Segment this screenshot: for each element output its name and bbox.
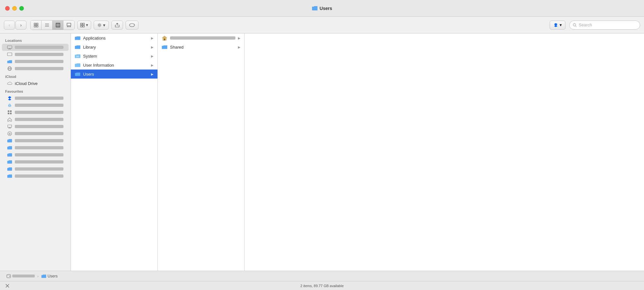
toolbar: ‹ › <box>0 17 644 33</box>
action-dropdown-icon: ▾ <box>103 23 105 28</box>
users-label: Users <box>83 72 94 77</box>
dropbox-dropdown-icon: ▾ <box>560 23 562 27</box>
sidebar-item-folder3[interactable] <box>2 151 69 158</box>
shared-arrow: ▶ <box>238 45 241 49</box>
sidebar-item-folder1[interactable] <box>2 137 69 144</box>
main-content: Locations <box>0 33 644 271</box>
folder2-label <box>15 146 63 149</box>
applications-label: Applications <box>83 36 106 41</box>
finder-item-system[interactable]: System ▶ <box>71 51 157 61</box>
airdrop-label <box>15 104 63 107</box>
sidebar-item-folder2[interactable] <box>2 144 69 151</box>
sidebar-item-folder6[interactable] <box>2 173 69 180</box>
apps-label <box>15 111 63 114</box>
action-button[interactable]: ▾ <box>94 21 109 30</box>
svg-rect-13 <box>70 26 71 27</box>
home-user-folder-icon <box>162 36 167 40</box>
statusbar: 2 items, 89.77 GB available <box>0 281 644 290</box>
breadcrumb-hdd[interactable] <box>5 274 36 279</box>
folder5-icon <box>7 166 12 172</box>
breadcrumb-sep: › <box>37 274 39 278</box>
hdd-icon <box>6 274 11 278</box>
sidebar-item-folder5[interactable] <box>2 165 69 173</box>
forward-button[interactable]: › <box>15 21 26 30</box>
breadcrumb-bar: › Users <box>0 271 644 281</box>
svg-marker-32 <box>556 26 557 27</box>
icon-view-icon <box>34 23 38 27</box>
close-button[interactable] <box>5 6 10 11</box>
svg-rect-17 <box>83 25 84 27</box>
library-arrow: ▶ <box>151 45 154 49</box>
svg-rect-45 <box>8 110 9 112</box>
sidebar-item-home[interactable] <box>2 116 69 123</box>
svg-rect-2 <box>34 25 36 27</box>
svg-rect-49 <box>8 125 12 127</box>
user-info-folder-icon <box>75 63 80 67</box>
breadcrumb-users-label: Users <box>48 274 58 278</box>
network-icon <box>7 52 12 57</box>
svg-point-44 <box>9 105 10 107</box>
window-title: Users <box>312 6 332 11</box>
svg-line-24 <box>100 26 101 26</box>
sidebar-item-icloud-drive[interactable]: iCloud Drive <box>2 80 69 87</box>
finder-item-users[interactable]: Users ▶ <box>71 70 157 79</box>
sidebar-item-loc1[interactable] <box>2 58 69 65</box>
back-button[interactable]: ‹ <box>4 21 15 30</box>
svg-marker-43 <box>8 96 11 98</box>
minimize-button[interactable] <box>12 6 17 11</box>
hide-icon <box>5 284 10 288</box>
loc2-label <box>15 67 63 70</box>
svg-point-58 <box>9 276 10 276</box>
dropbox-button[interactable]: ▾ <box>550 21 565 30</box>
forward-icon: › <box>20 23 22 28</box>
hide-button[interactable] <box>5 284 10 288</box>
library-label: Library <box>83 45 96 50</box>
sidebar-item-desktop[interactable] <box>2 123 69 130</box>
finder-item-user-information[interactable]: User Information ▶ <box>71 61 157 70</box>
titlebar: Users <box>0 0 644 17</box>
folder-title-icon <box>312 6 318 11</box>
gallery-view-button[interactable] <box>63 21 74 30</box>
loc1-icon <box>7 59 12 64</box>
svg-line-26 <box>98 26 99 26</box>
sidebar-item-folder4[interactable] <box>2 158 69 165</box>
sidebar-item-dropbox[interactable] <box>2 95 69 102</box>
dropbox-sidebar-icon <box>7 96 12 101</box>
list-view-button[interactable] <box>42 21 52 30</box>
finder-content: Applications ▶ Library ▶ <box>71 33 644 271</box>
home-icon <box>7 117 12 122</box>
desktop-icon <box>7 124 12 129</box>
tag-button[interactable] <box>126 21 138 30</box>
search-icon <box>573 23 577 27</box>
group-dropdown-icon: ▾ <box>86 23 88 27</box>
view-buttons <box>30 20 75 30</box>
favourites-section-header: Favourites <box>0 87 71 95</box>
sidebar-item-downloads[interactable] <box>2 130 69 137</box>
search-input[interactable] <box>579 23 637 27</box>
maximize-button[interactable] <box>19 6 24 11</box>
svg-rect-54 <box>76 56 79 57</box>
svg-rect-46 <box>10 110 12 112</box>
group-button[interactable]: ▾ <box>77 21 91 30</box>
sidebar-item-apps[interactable] <box>2 109 69 116</box>
icon-view-button[interactable] <box>31 21 42 30</box>
finder-item-home-user[interactable]: ▶ <box>158 33 244 42</box>
svg-line-23 <box>98 23 99 24</box>
svg-rect-48 <box>10 113 12 114</box>
library-folder-icon <box>75 45 80 49</box>
system-arrow: ▶ <box>151 54 154 58</box>
status-label: 2 items, 89.77 GB available <box>300 284 344 288</box>
column-view-button[interactable] <box>52 21 63 30</box>
sidebar-item-airdrop[interactable] <box>2 102 69 109</box>
sidebar-item-mac[interactable] <box>2 44 69 51</box>
downloads-icon <box>7 131 12 136</box>
search-bar[interactable] <box>569 21 640 30</box>
share-button[interactable] <box>111 21 123 30</box>
svg-rect-14 <box>80 23 82 25</box>
sidebar-item-loc2[interactable] <box>2 65 69 72</box>
finder-item-library[interactable]: Library ▶ <box>71 42 157 51</box>
sidebar-item-network[interactable] <box>2 51 69 58</box>
finder-item-shared[interactable]: Shared ▶ <box>158 42 244 51</box>
breadcrumb-users[interactable]: Users <box>40 273 59 279</box>
finder-item-applications[interactable]: Applications ▶ <box>71 33 157 42</box>
